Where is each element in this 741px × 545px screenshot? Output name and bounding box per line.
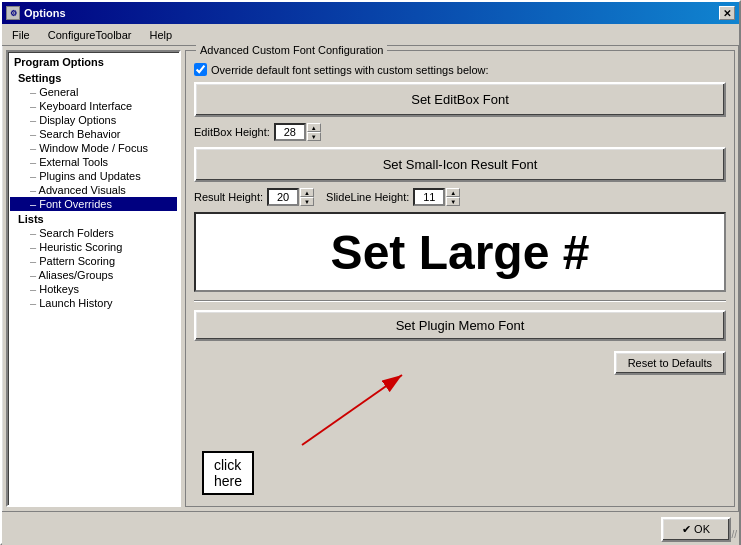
close-button[interactable]: ✕: [719, 6, 735, 20]
tree-item-plugins-updates[interactable]: Plugins and Updates: [10, 169, 177, 183]
result-height-row: Result Height: 20 ▲ ▼ SlideLine Height: …: [194, 188, 726, 206]
menu-bar: File ConfigureToolbar Help: [2, 24, 739, 46]
window: ⚙ Options ✕ File ConfigureToolbar Help P…: [0, 0, 741, 545]
group-box-legend: Advanced Custom Font Configuration: [196, 44, 387, 56]
tree-panel: Program Options Settings General Keyboar…: [6, 50, 181, 507]
window-icon: ⚙: [6, 6, 20, 20]
tree-item-search-behavior[interactable]: Search Behavior: [10, 127, 177, 141]
result-height-input[interactable]: 20: [267, 188, 299, 206]
bottom-bar: ✔ OK: [2, 511, 739, 545]
tree-item-hotkeys[interactable]: Hotkeys: [10, 282, 177, 296]
tree-item-heuristic-scoring[interactable]: Heuristic Scoring: [10, 240, 177, 254]
override-checkbox[interactable]: [194, 63, 207, 76]
window-title: Options: [24, 7, 66, 19]
content-area: Program Options Settings General Keyboar…: [2, 46, 739, 511]
result-height-spinner: 20 ▲ ▼: [267, 188, 314, 206]
menu-configure-toolbar[interactable]: ConfigureToolbar: [40, 27, 140, 43]
set-editbox-font-button[interactable]: Set EditBox Font: [194, 82, 726, 117]
tree-item-advanced-visuals[interactable]: Advanced Visuals: [10, 183, 177, 197]
editbox-height-label: EditBox Height:: [194, 126, 270, 138]
slideline-height-down[interactable]: ▼: [446, 197, 460, 206]
result-height-down[interactable]: ▼: [300, 197, 314, 206]
set-plugin-memo-font-button[interactable]: Set Plugin Memo Font: [194, 310, 726, 341]
group-box-font-config: Advanced Custom Font Configuration Overr…: [185, 50, 735, 507]
tree-item-general[interactable]: General: [10, 85, 177, 99]
override-checkbox-row: Override default font settings with cust…: [194, 63, 726, 76]
tree-item-keyboard-interface[interactable]: Keyboard Interface: [10, 99, 177, 113]
tree-group-lists: Lists: [10, 211, 177, 226]
slideline-height-up[interactable]: ▲: [446, 188, 460, 197]
reset-defaults-button[interactable]: Reset to Defaults: [614, 351, 726, 375]
set-small-icon-font-button[interactable]: Set Small-Icon Result Font: [194, 147, 726, 182]
large-preview-text: Set Large #: [331, 225, 590, 280]
menu-help[interactable]: Help: [142, 27, 181, 43]
tree-item-font-overrides[interactable]: Font Overrides: [10, 197, 177, 211]
menu-file[interactable]: File: [4, 27, 38, 43]
editbox-height-spinner: 28 ▲ ▼: [274, 123, 321, 141]
slideline-height-spinner: 11 ▲ ▼: [413, 188, 460, 206]
reset-row: Reset to Defaults: [194, 351, 726, 375]
slideline-height-input[interactable]: 11: [413, 188, 445, 206]
result-height-label: Result Height:: [194, 191, 263, 203]
editbox-height-up[interactable]: ▲: [307, 123, 321, 132]
editbox-height-down[interactable]: ▼: [307, 132, 321, 141]
tree-group-settings: Settings: [10, 70, 177, 85]
right-panel: Advanced Custom Font Configuration Overr…: [185, 50, 735, 507]
editbox-height-row: EditBox Height: 28 ▲ ▼: [194, 123, 726, 141]
tree-item-launch-history[interactable]: Launch History: [10, 296, 177, 310]
large-preview: Set Large #: [194, 212, 726, 292]
separator: [194, 300, 726, 302]
override-checkbox-label: Override default font settings with cust…: [211, 64, 489, 76]
slideline-height-label: SlideLine Height:: [326, 191, 409, 203]
tree-item-search-folders[interactable]: Search Folders: [10, 226, 177, 240]
tree-item-pattern-scoring[interactable]: Pattern Scoring: [10, 254, 177, 268]
resize-grip[interactable]: //: [725, 529, 737, 541]
tree-item-external-tools[interactable]: External Tools: [10, 155, 177, 169]
editbox-height-input[interactable]: 28: [274, 123, 306, 141]
ok-button[interactable]: ✔ OK: [661, 517, 731, 542]
tree-item-display-options[interactable]: Display Options: [10, 113, 177, 127]
title-bar: ⚙ Options ✕: [2, 2, 739, 24]
tree-item-aliases-groups[interactable]: Aliases/Groups: [10, 268, 177, 282]
tree-item-window-mode[interactable]: Window Mode / Focus: [10, 141, 177, 155]
result-height-up[interactable]: ▲: [300, 188, 314, 197]
tree-root: Program Options: [10, 54, 177, 70]
